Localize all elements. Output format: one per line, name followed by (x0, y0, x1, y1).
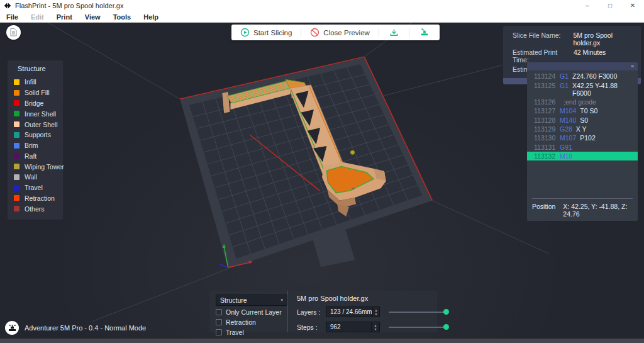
gcode-line[interactable]: 113126;end gcode (527, 98, 638, 106)
stepper-down-icon[interactable]: ▼ (374, 312, 377, 316)
legend-item: Outer Shell (8, 119, 63, 130)
checkbox-retraction[interactable]: Retraction (216, 318, 287, 326)
gcode-args: P102 (580, 134, 596, 142)
checkbox-only-current-layer[interactable]: Only Current Layer (216, 308, 287, 316)
gcode-args: S0 (580, 116, 588, 124)
menu-help[interactable]: Help (137, 13, 165, 21)
gcode-args: ;end gcode (564, 98, 596, 106)
legend-swatch (14, 121, 19, 127)
menu-view[interactable]: View (79, 13, 107, 21)
steps-slider[interactable] (389, 327, 447, 328)
menu-print[interactable]: Print (50, 13, 79, 21)
gcode-args: X42.25 Y-41.88 F6000 (572, 82, 638, 97)
gcode-line[interactable]: 113130M107P102 (527, 133, 638, 142)
gcode-line[interactable]: 113124G1Z24.760 F3000 (527, 72, 638, 81)
legend-label: Infill (25, 78, 36, 86)
chevron-down-icon: ▾ (280, 298, 283, 303)
position-value: X: 42.25, Y: -41.88, Z: 24.76 (563, 203, 633, 218)
gcode-line[interactable]: 113131G91 (527, 143, 638, 152)
steps-stepper[interactable]: ▲ ▼ (371, 322, 379, 332)
save-gcode-button[interactable] (379, 25, 409, 40)
layers-value[interactable]: 123 / 24.66mm (326, 307, 372, 317)
steps-slider-knob[interactable] (443, 324, 449, 330)
send-to-printer-button[interactable] (409, 25, 440, 40)
maximize-button[interactable]: □ (599, 0, 621, 11)
gcode-panel: » 113124G1Z24.760 F3000 113125G1X42.25 Y… (527, 62, 638, 221)
preview-toolbar: Start Slicing Close Preview (231, 25, 440, 40)
info-value: 5M pro Spool holder.gx (574, 31, 641, 47)
legend-swatch (14, 100, 19, 106)
gcode-args: X Y (576, 125, 587, 133)
play-icon (240, 28, 250, 37)
checkbox-box[interactable] (216, 329, 222, 335)
gcode-command: M107 (560, 134, 576, 142)
send-to-printer-icon (419, 28, 430, 37)
layers-slider-knob[interactable] (443, 309, 449, 315)
start-slicing-button[interactable]: Start Slicing (231, 25, 301, 40)
legend-item: Wiping Tower (8, 161, 63, 172)
menu-file[interactable]: File (0, 13, 25, 21)
gcode-command: G28 (560, 125, 572, 133)
layers-slider[interactable] (389, 312, 447, 313)
legend-label: Bridge (25, 99, 43, 107)
preview-file-name: 5M pro Spool holder.gx (297, 295, 447, 302)
steps-label: Steps : (297, 323, 326, 331)
gcode-line[interactable]: 113125G1X42.25 Y-41.88 F6000 (527, 81, 638, 97)
legend-item: Brim (8, 140, 63, 151)
gcode-command: M140 (560, 116, 576, 124)
layers-stepper[interactable]: ▲ ▼ (372, 307, 379, 317)
legend-label: Inner Shell (25, 110, 56, 118)
menu-tools[interactable]: Tools (107, 13, 138, 21)
gcode-line-selected[interactable]: 113132M18 (527, 152, 638, 160)
legend-label: Wall (25, 173, 37, 181)
checkbox-box[interactable] (216, 319, 222, 325)
checkbox-box[interactable] (216, 309, 222, 315)
legend-label: Outer Shell (25, 121, 58, 128)
legend-item: Travel (8, 183, 63, 193)
info-row: Slice File Name: 5M pro Spool holder.gx (503, 31, 641, 48)
gcode-line-number: 113131 (534, 143, 556, 151)
printer-status-chip[interactable]: Adventurer 5M Pro - 0.4 - Normal Mode (5, 321, 146, 335)
legend-swatch (14, 195, 19, 201)
menu-edit: Edit (25, 13, 50, 21)
structure-dropdown-value: Structure (220, 296, 247, 304)
no-entry-icon (310, 28, 319, 37)
checkbox-label: Travel (226, 329, 244, 336)
legend-label: Brim (25, 142, 38, 149)
gcode-line-number: 113130 (534, 134, 556, 142)
start-slicing-label: Start Slicing (253, 29, 292, 37)
model-list-button[interactable] (6, 25, 21, 40)
steps-spinner[interactable]: 962 ▲ ▼ (326, 322, 380, 332)
legend-swatch (14, 132, 19, 138)
gcode-line-number: 113128 (534, 116, 556, 124)
gcode-line[interactable]: 113128M140S0 (527, 116, 638, 125)
stepper-down-icon[interactable]: ▼ (374, 327, 377, 331)
gcode-expand-icon[interactable]: » (527, 62, 638, 70)
position-label: Position (532, 203, 555, 218)
legend-item: Retraction (8, 193, 63, 204)
legend-title: Structure (8, 65, 63, 72)
legend-item: Solid Fill (8, 87, 63, 98)
minimize-button[interactable]: – (576, 0, 599, 11)
steps-value[interactable]: 962 (326, 322, 371, 332)
gcode-line[interactable]: 113129G28X Y (527, 125, 638, 133)
structure-dropdown[interactable]: Structure ▾ (216, 295, 287, 306)
legend-swatch (14, 111, 19, 116)
window-title: FlashPrint - 5M pro Spool holder.gx (15, 2, 123, 9)
gcode-line-number: 113124 (534, 72, 556, 80)
legend-swatch (14, 206, 19, 211)
legend-item: Bridge (8, 98, 63, 109)
origin-marker (350, 150, 355, 155)
close-button[interactable]: ✕ (621, 0, 644, 11)
close-preview-label: Close Preview (323, 29, 370, 37)
checkbox-travel[interactable]: Travel (216, 329, 287, 336)
gcode-line[interactable]: 113127M104T0 S0 (527, 106, 638, 115)
legend-label: Raft (25, 152, 36, 160)
close-preview-button[interactable]: Close Preview (301, 25, 379, 40)
layers-spinner[interactable]: 123 / 24.66mm ▲ ▼ (326, 306, 380, 317)
info-label: Estimated Print Time: (513, 48, 574, 64)
app-logo-icon (4, 2, 11, 9)
printer-status-circle[interactable] (5, 321, 19, 335)
download-icon (389, 28, 399, 37)
structure-legend: Structure Infill Solid Fill Bridge Inner… (8, 60, 63, 220)
